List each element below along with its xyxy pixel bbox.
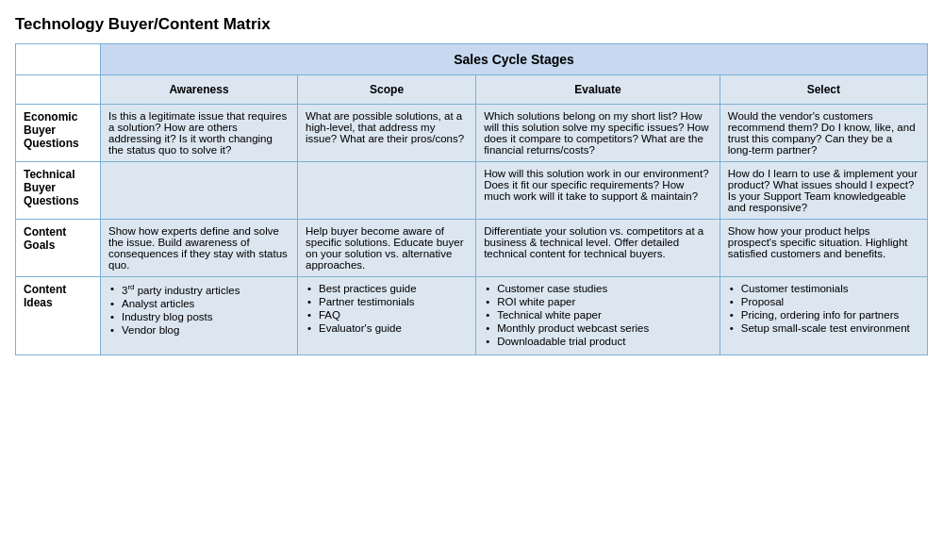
row-header-technical: Technical Buyer Questions (16, 162, 101, 220)
economic-evaluate: Which solutions belong on my short list?… (476, 105, 720, 162)
goals-awareness: Show how experts define and solve the is… (101, 220, 298, 277)
list-item: Technical white paper (484, 309, 712, 321)
economic-awareness: Is this a legitimate issue that requires… (101, 105, 298, 162)
goals-scope: Help buyer become aware of specific solu… (297, 220, 475, 277)
ideas-select: Customer testimonials Proposal Pricing, … (720, 277, 927, 355)
matrix-table: Sales Cycle Stages Awareness Scope Evalu… (15, 43, 928, 355)
technical-scope (297, 162, 475, 220)
ideas-scope: Best practices guide Partner testimonial… (297, 277, 475, 355)
list-item: Partner testimonials (306, 296, 468, 307)
ideas-awareness-list: 3rd party industry articles Analyst arti… (108, 283, 290, 336)
ideas-select-list: Customer testimonials Proposal Pricing, … (728, 283, 919, 334)
row-header-goals: Content Goals (16, 220, 101, 277)
list-item: 3rd party industry articles (108, 283, 290, 296)
stage-awareness: Awareness (101, 75, 298, 105)
table-row: Technical Buyer Questions How will this … (16, 162, 928, 220)
ideas-scope-list: Best practices guide Partner testimonial… (306, 283, 468, 334)
list-item: Downloadable trial product (484, 336, 712, 347)
stage-evaluate: Evaluate (476, 75, 720, 105)
list-item: Evaluator's guide (306, 322, 468, 334)
page-title: Technology Buyer/Content Matrix (15, 15, 928, 34)
list-item: Proposal (728, 296, 919, 307)
stage-select: Select (720, 75, 927, 105)
goals-select: Show how your product helps prospect's s… (720, 220, 927, 277)
economic-scope: What are possible solutions, at a high-l… (297, 105, 475, 162)
list-item: Customer case studies (484, 283, 712, 294)
sales-cycle-header: Sales Cycle Stages (101, 44, 928, 75)
economic-select: Would the vendor's customers recommend t… (720, 105, 927, 162)
technical-select: How do I learn to use & implement your p… (720, 162, 927, 220)
list-item: Setup small-scale test environment (728, 322, 919, 334)
ideas-evaluate: Customer case studies ROI white paper Te… (476, 277, 720, 355)
list-item: Monthly product webcast series (484, 322, 712, 334)
stage-scope: Scope (297, 75, 475, 105)
row-header-ideas: Content Ideas (16, 277, 101, 355)
ideas-evaluate-list: Customer case studies ROI white paper Te… (484, 283, 712, 347)
table-row: Economic Buyer Questions Is this a legit… (16, 105, 928, 162)
list-item: ROI white paper (484, 296, 712, 307)
list-item: Analyst articles (108, 298, 290, 309)
technical-awareness (101, 162, 298, 220)
table-row: Content Goals Show how experts define an… (16, 220, 928, 277)
list-item: Industry blog posts (108, 311, 290, 322)
technical-evaluate: How will this solution work in our envir… (476, 162, 720, 220)
list-item: Vendor blog (108, 324, 290, 336)
goals-evaluate: Differentiate your solution vs. competit… (476, 220, 720, 277)
list-item: Best practices guide (306, 283, 468, 294)
row-header-economic: Economic Buyer Questions (16, 105, 101, 162)
list-item: Customer testimonials (728, 283, 919, 294)
list-item: FAQ (306, 309, 468, 321)
table-row: Content Ideas 3rd party industry article… (16, 277, 928, 355)
list-item: Pricing, ordering info for partners (728, 309, 919, 321)
ideas-awareness: 3rd party industry articles Analyst arti… (101, 277, 298, 355)
